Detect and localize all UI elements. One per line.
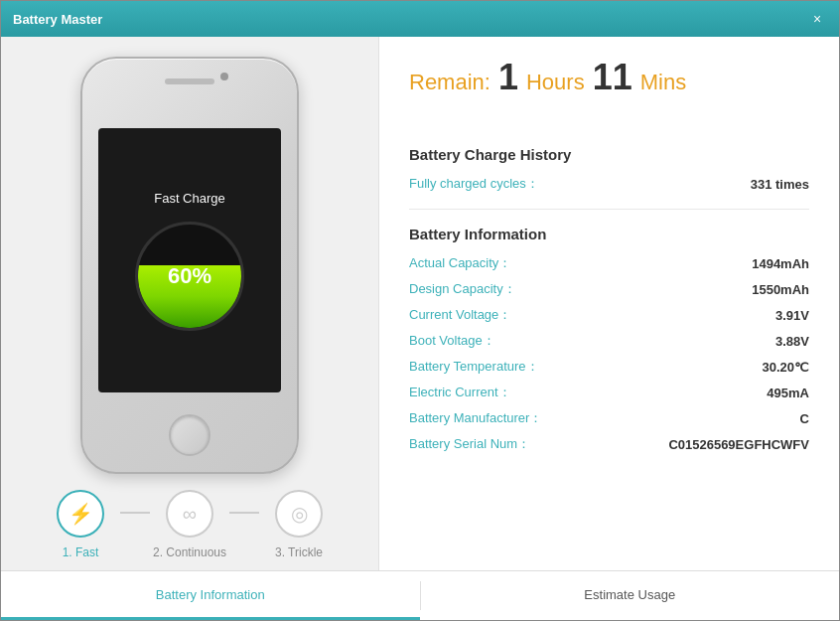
mode-connector-2: [229, 512, 259, 514]
battery-info-row-0: Actual Capacity：1494mAh: [409, 254, 809, 272]
right-panel: Remain: 1 Hours 11 Mins Battery Charge H…: [378, 37, 839, 570]
battery-info-label-1: Design Capacity：: [409, 280, 516, 298]
battery-info-label-4: Battery Temperature：: [409, 358, 539, 376]
battery-info-value-0: 1494mAh: [752, 256, 809, 271]
battery-info-section: Battery Information Actual Capacity：1494…: [409, 226, 809, 453]
battery-info-label-7: Battery Serial Num：: [409, 435, 530, 453]
fast-charge-label: Fast Charge: [154, 191, 225, 206]
battery-info-value-7: C01526569EGFHCWFV: [668, 437, 809, 452]
battery-info-row-1: Design Capacity：1550mAh: [409, 280, 809, 298]
battery-info-row-2: Current Voltage：3.91V: [409, 306, 809, 324]
battery-info-value-5: 495mA: [767, 386, 809, 400]
tab-estimate-usage-label: Estimate Usage: [584, 587, 675, 602]
battery-info-label-2: Current Voltage：: [409, 306, 511, 324]
battery-info-rows: Actual Capacity：1494mAhDesign Capacity：1…: [409, 254, 809, 453]
mode-continuous[interactable]: ∞ 2. Continuous: [150, 490, 229, 559]
charge-history-row: Fully charged cycles： 331 times: [409, 175, 809, 193]
remain-label: Remain:: [409, 70, 490, 95]
section-divider-1: [409, 209, 809, 210]
battery-info-value-4: 30.20℃: [762, 360, 809, 375]
remain-hours-num: 1: [498, 57, 518, 98]
battery-info-label-5: Electric Current：: [409, 384, 511, 401]
phone-shell: Fast Charge 60%: [80, 57, 299, 474]
mode-trickle[interactable]: ◎ 3. Trickle: [259, 490, 339, 559]
remain-hours-unit: Hours: [526, 70, 585, 95]
phone-camera: [220, 73, 228, 80]
app-window: Battery Master × Fast Charge 60%: [0, 0, 840, 621]
tab-battery-information-label: Battery Information: [156, 587, 265, 602]
battery-circle: 60%: [135, 222, 244, 331]
battery-info-row-7: Battery Serial Num：C01526569EGFHCWFV: [409, 435, 809, 453]
battery-info-row-5: Electric Current：495mA: [409, 384, 809, 401]
phone-screen: Fast Charge 60%: [98, 128, 281, 392]
phone-home-button: [169, 414, 210, 456]
fast-charge-label: 1. Fast: [63, 545, 99, 559]
tab-battery-information[interactable]: Battery Information: [1, 571, 420, 620]
battery-info-title: Battery Information: [409, 226, 809, 242]
fast-charge-icon: ⚡: [57, 490, 104, 538]
battery-info-label-0: Actual Capacity：: [409, 254, 511, 272]
remain-mins-num: 11: [593, 57, 632, 98]
trickle-charge-label: 3. Trickle: [275, 545, 323, 559]
charge-modes: ⚡ 1. Fast ∞ 2. Continuous ◎ 3. Trickle: [41, 490, 339, 559]
phone-illustration: Fast Charge 60%: [80, 57, 299, 474]
battery-info-value-6: C: [800, 411, 809, 426]
battery-percent: 60%: [168, 263, 211, 289]
battery-info-label-6: Battery Manufacturer：: [409, 409, 542, 427]
battery-info-row-3: Boot Voltage：3.88V: [409, 332, 809, 350]
continuous-charge-icon: ∞: [166, 490, 213, 538]
mode-connector-1: [120, 512, 150, 514]
remain-section: Remain: 1 Hours 11 Mins: [409, 57, 809, 118]
battery-info-label-3: Boot Voltage：: [409, 332, 495, 350]
mode-fast[interactable]: ⚡ 1. Fast: [41, 490, 120, 559]
fully-charged-label: Fully charged cycles：: [409, 175, 539, 193]
continuous-charge-label: 2. Continuous: [153, 545, 226, 559]
phone-speaker: [165, 78, 214, 84]
close-button[interactable]: ×: [807, 9, 827, 29]
charge-history-section: Battery Charge History Fully charged cyc…: [409, 146, 809, 193]
tab-estimate-usage[interactable]: Estimate Usage: [421, 571, 840, 620]
battery-info-value-1: 1550mAh: [752, 282, 809, 297]
remain-mins-unit: Mins: [640, 70, 686, 95]
window-title: Battery Master: [13, 12, 807, 27]
battery-info-value-2: 3.91V: [775, 308, 809, 323]
battery-info-row-6: Battery Manufacturer：C: [409, 409, 809, 427]
title-bar: Battery Master ×: [1, 1, 839, 37]
bottom-tabs: Battery Information Estimate Usage: [1, 570, 839, 620]
charge-history-title: Battery Charge History: [409, 146, 809, 163]
fully-charged-value: 331 times: [751, 177, 809, 192]
battery-info-row-4: Battery Temperature：30.20℃: [409, 358, 809, 376]
battery-info-value-3: 3.88V: [775, 334, 809, 349]
trickle-charge-icon: ◎: [275, 490, 323, 538]
main-content: Fast Charge 60% ⚡ 1. Fast: [1, 37, 839, 570]
left-panel: Fast Charge 60% ⚡ 1. Fast: [1, 37, 378, 570]
